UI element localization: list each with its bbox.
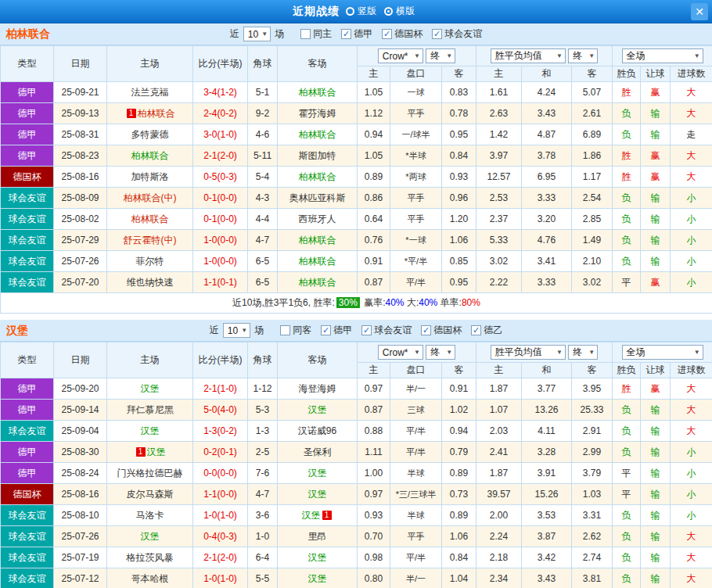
team-link[interactable]: 柏林联合	[299, 235, 336, 246]
team-link[interactable]: 汉堡	[308, 573, 327, 584]
score-link[interactable]: 0-1(0-0)	[203, 213, 237, 224]
final-odds-select[interactable]: 终▼	[568, 345, 598, 360]
team-link[interactable]: 柏林联合	[299, 87, 336, 98]
final-odds-select[interactable]: 终▼	[568, 48, 598, 63]
score-link[interactable]: 0-2(0-1)	[203, 446, 237, 457]
filter-checkbox[interactable]: ✓德国杯	[382, 27, 423, 41]
team-link[interactable]: 汉堡	[302, 510, 321, 521]
team-link[interactable]: 柏林联合	[299, 129, 336, 140]
match-row: 德甲25-08-23柏林联合2-1(2-0)5-11斯图加特1.05*半球0.8…	[1, 145, 712, 167]
handicap-result-cell: 输	[641, 442, 671, 463]
filter-checkbox[interactable]: ✓德甲	[341, 27, 372, 41]
score-link[interactable]: 3-4(1-2)	[203, 87, 237, 98]
team-link[interactable]: 法兰克福	[131, 87, 169, 98]
team-link[interactable]: 奥林匹亚科斯	[289, 192, 346, 203]
europe-avg-select[interactable]: 胜平负均值▼	[491, 48, 566, 63]
score-link[interactable]: 2-4(0-2)	[203, 108, 237, 119]
filter-checkbox[interactable]: ✓球会友谊	[432, 27, 482, 41]
filter-checkbox[interactable]: ✓球会友谊	[361, 324, 412, 337]
team-link[interactable]: 皮尔马森斯	[127, 489, 174, 500]
final-odds-select[interactable]: 终▼	[426, 345, 455, 360]
team-link[interactable]: 斯图加特	[299, 150, 336, 161]
score-link[interactable]: 1-0(1-0)	[203, 573, 237, 584]
team-link[interactable]: 柏林联合	[299, 171, 336, 182]
team-link[interactable]: 多特蒙德	[131, 129, 169, 140]
filter-checkbox[interactable]: ✓德国杯	[421, 324, 462, 337]
team-link[interactable]: 汉堡	[141, 383, 160, 394]
team-link[interactable]: 汉堡	[308, 552, 327, 563]
filter-checkbox[interactable]: 同客	[280, 324, 311, 337]
scope-select[interactable]: 全场▼	[622, 48, 703, 63]
team-link[interactable]: 柏林联合	[138, 108, 175, 119]
final-odds-select[interactable]: 终▼	[426, 48, 455, 63]
team-link[interactable]: 西班牙人	[299, 213, 336, 224]
score-link[interactable]: 0-1(0-0)	[203, 192, 237, 203]
date-cell: 25-08-31	[54, 124, 107, 145]
score-link[interactable]: 0-4(0-3)	[203, 531, 237, 542]
score-link[interactable]: 1-0(0-0)	[203, 256, 237, 267]
team-link[interactable]: 哥本哈根	[131, 573, 169, 584]
team-link[interactable]: 维也纳快速	[127, 277, 174, 288]
radio-vertical[interactable]	[346, 7, 354, 16]
score-link[interactable]: 1-0(1-0)	[203, 510, 237, 521]
score-link[interactable]: 3-0(1-0)	[203, 129, 237, 140]
bookmaker-select[interactable]: Crow*▼	[378, 345, 423, 360]
score-link[interactable]: 1-0(0-0)	[203, 235, 237, 246]
team-link[interactable]: 马洛卡	[136, 510, 164, 521]
score-link[interactable]: 0-0(0-0)	[203, 468, 237, 479]
europe-avg-select[interactable]: 胜平负均值▼	[491, 345, 566, 360]
team-link[interactable]: 海登海姆	[299, 383, 336, 394]
asian-away-odds-cell: 0.84	[442, 145, 476, 167]
match-count-select[interactable]: 10▼	[243, 27, 271, 41]
score-link[interactable]: 2-1(2-0)	[203, 150, 237, 161]
score-link[interactable]: 5-0(4-0)	[203, 404, 237, 415]
team-link[interactable]: 汉堡	[141, 425, 160, 436]
team-name[interactable]: 汉堡	[6, 324, 28, 338]
score-link[interactable]: 2-1(1-0)	[203, 383, 237, 394]
team-name[interactable]: 柏林联合	[6, 27, 50, 41]
team-link[interactable]: 格拉茨风暴	[127, 552, 174, 563]
league-cell: 球会友谊	[1, 230, 54, 251]
close-icon[interactable]: ✕	[691, 3, 708, 20]
score-cell: 0-5(0-3)	[193, 167, 248, 188]
chevron-down-icon: ▼	[241, 327, 247, 334]
league-cell: 球会友谊	[1, 568, 54, 588]
team-link[interactable]: 柏林联合	[131, 213, 169, 224]
team-link[interactable]: 汉堡	[308, 404, 327, 415]
team-link[interactable]: 霍芬海姆	[299, 108, 336, 119]
team-link[interactable]: 汉堡	[308, 468, 327, 479]
team-link[interactable]: 圣保利	[304, 446, 332, 457]
score-link[interactable]: 0-5(0-3)	[203, 171, 237, 182]
team-link[interactable]: 柏林联合	[299, 256, 336, 267]
checkbox-box: ✓	[421, 325, 431, 335]
team-link[interactable]: 汉堡	[147, 446, 166, 457]
team-link[interactable]: 柏林联合	[131, 150, 169, 161]
radio-horizontal[interactable]	[384, 7, 393, 16]
score-link[interactable]: 1-3(0-2)	[203, 425, 237, 436]
europe-home-odds-cell: 2.22	[476, 272, 522, 293]
scope-select[interactable]: 全场▼	[622, 345, 703, 360]
team-link[interactable]: 柏林联合	[299, 277, 336, 288]
filter-checkbox[interactable]: ✓德乙	[471, 324, 502, 337]
team-link[interactable]: 加特斯洛	[131, 171, 169, 182]
score-link[interactable]: 1-1(0-0)	[203, 489, 237, 500]
date-cell: 25-07-19	[54, 547, 107, 568]
team-link[interactable]: 汉堡	[308, 489, 327, 500]
team-link[interactable]: 拜仁慕尼黑	[127, 404, 174, 415]
filter-checkbox[interactable]: ✓德甲	[321, 324, 352, 337]
col-header-away: 客场	[278, 46, 358, 82]
team-link[interactable]: 柏林联合(中)	[124, 192, 177, 203]
score-link[interactable]: 1-1(0-1)	[203, 277, 237, 288]
team-link[interactable]: 菲尔特	[136, 256, 164, 267]
team-link[interactable]: 门兴格拉德巴赫	[117, 468, 183, 479]
team-link[interactable]: 汉堡	[141, 531, 160, 542]
team-link[interactable]: 汉诺威96	[298, 425, 336, 436]
bookmaker-select[interactable]: Crow*▼	[378, 48, 423, 63]
match-count-select[interactable]: 10▼	[223, 323, 250, 338]
team-link[interactable]: 舒云霍特(中)	[124, 235, 177, 246]
score-link[interactable]: 2-1(2-0)	[203, 552, 237, 563]
team-link[interactable]: 里昂	[308, 531, 327, 542]
check-icon: ✓	[322, 326, 329, 335]
games-label: 场	[275, 27, 284, 41]
filter-checkbox[interactable]: 同主	[300, 27, 332, 41]
